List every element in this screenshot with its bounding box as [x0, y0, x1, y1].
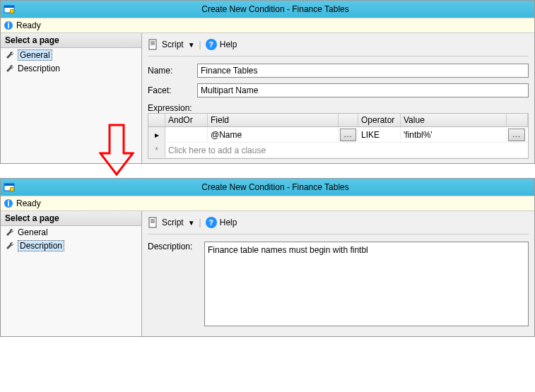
- titlebar: Create New Condition - Finance Tables: [1, 179, 534, 196]
- sidebar-item-label: General: [18, 49, 52, 61]
- expression-label: Expression:: [148, 103, 529, 113]
- facet-field[interactable]: [197, 83, 529, 97]
- toolbar-separator: |: [199, 40, 201, 49]
- column-header-andor[interactable]: AndOr: [165, 114, 208, 126]
- sidebar-item-label: Description: [18, 64, 60, 73]
- add-clause-placeholder[interactable]: Click here to add a clause: [165, 143, 528, 158]
- svg-rect-1: [4, 6, 14, 8]
- column-header-field-browse: [339, 114, 358, 126]
- script-dropdown-icon[interactable]: ▼: [188, 219, 195, 227]
- app-icon: [4, 182, 15, 193]
- wrench-icon: [5, 50, 15, 60]
- new-row[interactable]: * Click here to add a clause: [148, 143, 528, 158]
- help-button[interactable]: Help: [220, 218, 237, 227]
- sidebar-item-general[interactable]: General: [1, 48, 141, 62]
- status-text: Ready: [16, 198, 41, 208]
- grid-corner: [148, 114, 165, 126]
- help-icon: ?: [206, 217, 217, 228]
- info-icon: i: [4, 20, 13, 30]
- content-description: Script ▼ | ? Help Description:: [142, 211, 534, 336]
- description-label: Description:: [148, 242, 204, 251]
- cell-field-browse: ...: [339, 127, 358, 142]
- app-icon: [4, 4, 15, 15]
- row-selector-icon[interactable]: ▸: [148, 127, 165, 142]
- annotation-arrow-icon: [99, 121, 134, 178]
- titlebar: Create New Condition - Finance Tables: [1, 1, 534, 18]
- svg-point-8: [10, 187, 14, 191]
- toolbar: Script ▼ | ? Help: [148, 215, 529, 234]
- script-button[interactable]: Script: [162, 218, 184, 227]
- wrench-icon: [5, 241, 15, 251]
- toolbar: Script ▼ | ? Help: [148, 37, 529, 57]
- sidebar-item-label: Description: [18, 240, 64, 251]
- window-description: Create New Condition - Finance Tables i …: [0, 178, 535, 337]
- grid-header-row: AndOr Field Operator Value: [148, 114, 528, 127]
- sidebar-heading: Select a page: [1, 211, 141, 226]
- svg-text:i: i: [7, 198, 9, 208]
- script-icon: [148, 39, 159, 50]
- wrench-icon: [5, 64, 15, 73]
- svg-point-2: [10, 9, 14, 13]
- help-icon: ?: [206, 39, 217, 50]
- help-button[interactable]: Help: [220, 40, 237, 49]
- cell-value-browse: ...: [507, 127, 528, 142]
- sidebar-item-general[interactable]: General: [1, 226, 141, 239]
- content-general: Script ▼ | ? Help Name: Facet: Expressio…: [142, 33, 534, 163]
- script-icon: [148, 217, 159, 228]
- cell-andor[interactable]: [165, 127, 208, 142]
- info-icon: i: [4, 198, 13, 208]
- toolbar-separator: |: [199, 218, 201, 227]
- cell-operator[interactable]: LIKE: [358, 127, 401, 142]
- browse-value-button[interactable]: ...: [508, 129, 525, 141]
- cell-value[interactable]: 'fintbl%': [401, 127, 507, 142]
- status-text: Ready: [16, 20, 41, 30]
- column-header-field[interactable]: Field: [208, 114, 339, 126]
- sidebar-heading: Select a page: [1, 33, 141, 48]
- window-title: Create New Condition - Finance Tables: [19, 4, 531, 14]
- sidebar: Select a page General Description: [1, 211, 142, 336]
- status-bar: i Ready: [1, 18, 534, 33]
- cell-field[interactable]: @Name: [208, 127, 339, 142]
- new-row-icon: *: [148, 143, 165, 158]
- sidebar-item-description[interactable]: Description: [1, 239, 141, 253]
- column-header-operator[interactable]: Operator: [358, 114, 401, 126]
- name-label: Name:: [148, 66, 197, 76]
- svg-rect-7: [4, 184, 14, 186]
- table-row[interactable]: ▸ @Name ... LIKE 'fintbl%' ...: [148, 127, 528, 143]
- wrench-icon: [5, 227, 15, 237]
- column-header-value[interactable]: Value: [401, 114, 507, 126]
- status-bar: i Ready: [1, 196, 534, 211]
- column-header-value-browse: [507, 114, 528, 126]
- window-title: Create New Condition - Finance Tables: [19, 182, 531, 192]
- window-general: Create New Condition - Finance Tables i …: [0, 0, 535, 164]
- sidebar-item-description[interactable]: Description: [1, 62, 141, 75]
- script-button[interactable]: Script: [162, 40, 184, 49]
- expression-grid: AndOr Field Operator Value ▸ @Name ... L…: [148, 113, 529, 159]
- svg-text:i: i: [7, 20, 9, 30]
- sidebar-item-label: General: [18, 227, 48, 237]
- description-field[interactable]: [204, 242, 529, 326]
- facet-label: Facet:: [148, 85, 197, 95]
- script-dropdown-icon[interactable]: ▼: [188, 41, 195, 49]
- name-field[interactable]: [197, 64, 529, 78]
- browse-field-button[interactable]: ...: [340, 129, 356, 141]
